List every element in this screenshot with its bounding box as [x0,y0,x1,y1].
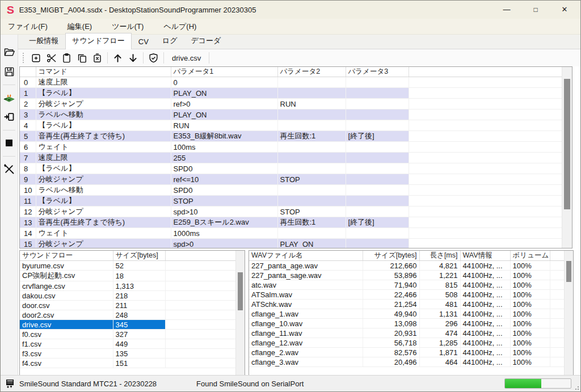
wav-file-row[interactable]: 227_panta_sage.wav53,8961,22144100Hz, ..… [249,271,564,280]
command-row[interactable]: 2分岐ジャンプref>0RUN [20,99,562,109]
wav-list-scrollbar[interactable] [564,251,573,375]
col-param2[interactable]: パラメータ2 [277,67,346,77]
command-row[interactable]: 15分岐ジャンプspd>0PLAY_ON [20,239,562,249]
toolbar-separator [107,52,108,64]
write-decoder-button[interactable] [1,89,17,106]
tab-log[interactable]: ログ [155,33,184,49]
command-table-scrollbar[interactable] [562,67,572,248]
menu-edit[interactable]: 編集(E) [60,22,99,32]
col-filler [165,251,235,261]
flow-file-row[interactable]: drive.csv345 [20,320,235,330]
tab-decoder[interactable]: デコーダ [184,33,228,49]
command-table-header: コマンド パラメータ1 パラメータ2 パラメータ3 [20,67,562,77]
delete-row-button[interactable] [90,50,105,65]
tab-sound-flow[interactable]: サウンドフロー [65,33,132,49]
wav-file-row[interactable]: cflange_2.wav82,5761,87144100Hz, ...100% [249,348,564,357]
command-row[interactable]: 4【ラベル】RUN [20,120,562,131]
add-row-button[interactable] [28,50,44,65]
wav-file-row[interactable]: 227_panta_age.wav212,6604,82144100Hz, ..… [249,261,564,271]
flow-file-row[interactable]: crvflange.csv1,313 [20,281,235,291]
flow-toolbar: drive.csv [18,49,580,66]
col-command[interactable]: コマンド [36,67,171,77]
copy-button[interactable] [74,50,90,65]
command-row[interactable]: 12分岐ジャンプspd>10STOP [20,206,562,217]
flow-file-row[interactable]: f4.csv151 [20,359,235,368]
toolbar-grip[interactable] [23,53,24,63]
paste-icon [61,53,72,64]
flow-file-row[interactable]: door.csv211 [20,301,235,310]
command-row[interactable]: 0速度上限0 [20,77,562,88]
command-row[interactable]: 1【ラベル】PLAY_ON [20,88,562,99]
col-filler [550,251,564,261]
wav-file-row[interactable]: cflange_1.wav49,9401,13144100Hz, ...100% [249,309,564,319]
move-up-button[interactable] [110,50,125,65]
flow-file-row[interactable]: f0.csv327 [20,330,235,339]
flow-file-row[interactable]: door2.csv248 [20,310,235,320]
close-button[interactable]: ✕ [551,1,578,18]
col-wav-size[interactable]: サイズ[bytes] [363,251,419,261]
col-wav-volume[interactable]: ボリューム [510,251,550,261]
col-wav-name[interactable]: WAVファイル名 [249,251,363,261]
flow-list-scrollbar[interactable] [235,251,245,375]
tools-button[interactable] [1,161,17,178]
command-row[interactable]: 7速度上限255 [20,153,562,163]
scrollbar-thumb[interactable] [238,272,243,310]
wav-file-row[interactable]: cflange_3.wav20,49646444100Hz, ...100% [249,357,564,367]
stop-button[interactable] [1,134,17,151]
minimize-button[interactable]: — [494,1,520,18]
save-button[interactable] [1,63,17,80]
col-flow-name[interactable]: サウンドフロー [20,251,113,261]
scrollbar-thumb[interactable] [564,79,570,209]
command-row[interactable]: 6ウェイト100ms [20,142,562,153]
flow-file-row[interactable]: byurume.csv52 [20,261,235,271]
flow-file-row[interactable]: f1.csv449 [20,339,235,349]
wav-file-row[interactable]: cflange_11.wav20,93147444100Hz, ...100% [249,328,564,338]
col-param1[interactable]: パラメータ1 [171,67,277,77]
flow-file-row[interactable]: dakou.csv218 [20,291,235,301]
wav-file-row[interactable]: cflange_12.wav56,7181,28544100Hz, ...100… [249,338,564,348]
col-row-number[interactable] [20,67,36,77]
command-row[interactable]: 3ラベルへ移動PLAY_ON [20,109,562,120]
command-row[interactable]: 14ウェイト1000ms [20,228,562,239]
paste-button[interactable] [59,50,74,65]
tab-general-info[interactable]: 一般情報 [22,33,65,49]
command-row[interactable]: 13音再生(再生終了まで待ち)E259_Bスキール2.wav再生回数:1[終了後… [20,217,562,228]
device-status-text: SmileSound Standard MTC21 - 20230228 [19,380,157,388]
maximize-button[interactable]: □ [523,1,549,18]
export-to-decoder-button[interactable] [1,108,17,125]
menu-tools[interactable]: ツール(T) [104,22,151,32]
command-row[interactable]: 9分岐ジャンプref<=10STOP [20,174,562,185]
cut-button[interactable] [44,50,59,65]
move-down-button[interactable] [125,50,141,65]
sidebar-separator [3,85,15,85]
copy-icon [77,53,87,64]
command-row[interactable]: 5音再生(再生終了まで待ち)E353_B緩解8bit.wav再生回数:1[終了後… [20,131,562,142]
command-row[interactable]: 11【ラベル】STOP [20,196,562,206]
window-title: E353_MIGBT_A004.ssdx - DesktopStationSou… [19,6,256,14]
col-wav-length[interactable]: 長さ[ms] [419,251,460,261]
flow-file-row[interactable]: f3.csv135 [20,349,235,359]
verify-button[interactable] [146,50,161,65]
open-file-button[interactable] [1,44,17,61]
wav-file-row[interactable]: cflange_10.wav13,09829644100Hz, ...100% [249,319,564,328]
tab-strip: 一般情報 サウンドフロー CV ログ デコーダ [18,35,580,49]
menu-file[interactable]: ファイル(F) [1,22,55,32]
wav-file-row[interactable]: atc.wav71,94081544100Hz, ...100% [249,280,564,290]
wav-file-row[interactable]: ATSalm.wav22,46650844100Hz, ...100% [249,290,564,300]
flow-file-row[interactable]: CP強制起動.csv18 [20,271,235,281]
wav-file-row[interactable]: ATSchk.wav21,25448144100Hz, ...100% [249,300,564,309]
decoder-chip-icon [5,379,15,389]
col-wav-info[interactable]: WAV情報 [460,251,510,261]
command-row[interactable]: 10ラベルへ移動SPD0 [20,185,562,196]
window-controls: — □ ✕ [494,1,580,19]
scrollbar-thumb[interactable] [566,261,571,282]
tab-cv[interactable]: CV [132,35,155,49]
menu-help[interactable]: ヘルプ(H) [156,22,204,32]
col-flow-size[interactable]: サイズ[bytes] [113,251,165,261]
sidebar-separator [3,130,15,130]
resize-grip[interactable] [574,385,579,390]
command-row[interactable]: 8【ラベル】SPD0 [20,163,562,174]
stop-icon [4,138,14,148]
move-down-icon [128,53,138,64]
col-param3[interactable]: パラメータ3 [346,67,409,77]
